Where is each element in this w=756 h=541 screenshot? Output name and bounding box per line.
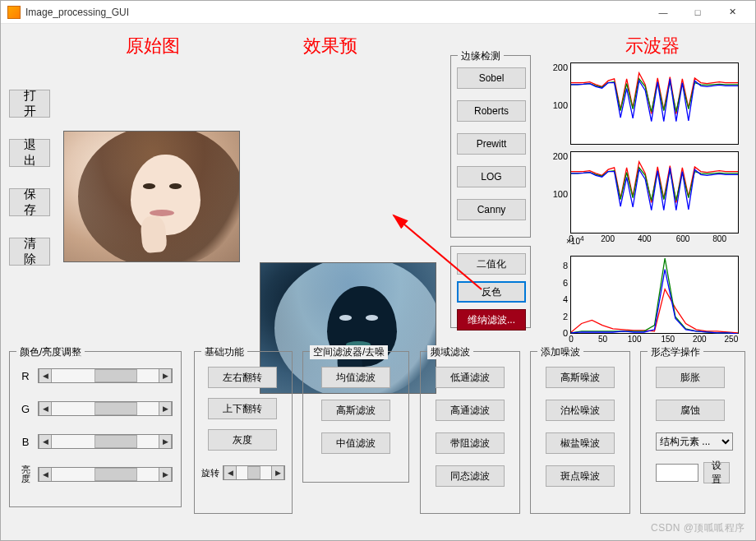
meanfilter-button[interactable]: 均值滤波 <box>321 367 390 388</box>
clear-button[interactable]: 清除 <box>9 238 50 266</box>
homo-button[interactable]: 同态滤波 <box>436 465 505 487</box>
exit-button[interactable]: 退出 <box>9 139 50 167</box>
wiener-button[interactable]: 维纳滤波... <box>457 309 526 331</box>
dilate-button[interactable]: 膨胀 <box>656 367 725 388</box>
b-slider[interactable]: ◀▶ <box>38 434 173 449</box>
original-image <box>63 131 240 262</box>
struct-select[interactable]: 结构元素 ... <box>656 432 733 451</box>
saltpepper-button[interactable]: 椒盐噪波 <box>546 432 615 454</box>
medianfilter-button[interactable]: 中值滤波 <box>321 432 390 454</box>
freq-panel: 频域滤波 低通滤波 高通滤波 带阻滤波 同态滤波 <box>420 351 520 514</box>
watermark: CSDN @顶呱呱程序 <box>651 521 745 535</box>
b-label: B <box>18 436 33 448</box>
edge-detect-title: 边缘检测 <box>458 49 504 63</box>
filter-panel: 二值化 反色 维纳滤波... <box>450 246 531 328</box>
noise-panel: 添加噪波 高斯噪波 泊松噪波 椒盐噪波 斑点噪波 <box>530 351 630 514</box>
flipv-button[interactable]: 上下翻转 <box>208 398 277 419</box>
morph-title: 形态学操作 <box>648 345 703 359</box>
roberts-button[interactable]: Roberts <box>457 100 526 122</box>
color-adjust-panel: 颜色/亮度调整 R◀▶ G◀▶ B◀▶ 亮度◀▶ <box>9 351 182 507</box>
canny-button[interactable]: Canny <box>457 199 526 220</box>
struct-value-input[interactable] <box>656 464 698 482</box>
log-button[interactable]: LOG <box>457 166 526 187</box>
rotate-label: 旋转 <box>201 469 219 478</box>
g-label: G <box>18 403 33 415</box>
binarize-button[interactable]: 二值化 <box>457 253 526 275</box>
gray-button[interactable]: 灰度 <box>208 429 277 451</box>
brightness-label: 亮度 <box>18 465 33 483</box>
bandstop-button[interactable]: 带阻滤波 <box>436 432 505 454</box>
freq-title: 频域滤波 <box>427 345 473 359</box>
titlebar: Image_processing_GUI — □ ✕ <box>1 1 755 24</box>
brightness-slider[interactable]: ◀▶ <box>38 467 173 482</box>
lowpass-button[interactable]: 低通滤波 <box>436 367 505 388</box>
color-adjust-title: 颜色/亮度调整 <box>16 345 85 359</box>
waveform-plot-2: 200100 ×104 0200400600800 <box>570 151 739 234</box>
minimize-button[interactable]: — <box>647 3 680 21</box>
erode-button[interactable]: 腐蚀 <box>656 400 725 421</box>
close-button[interactable]: ✕ <box>716 3 749 21</box>
open-button[interactable]: 打开 <box>9 90 50 118</box>
set-button[interactable]: 设置 <box>703 462 730 483</box>
window-title: Image_processing_GUI <box>25 7 642 18</box>
spatial-panel: 空间滤波器/去噪 均值滤波 高斯滤波 中值滤波 <box>302 351 409 483</box>
gaussfilter-button[interactable]: 高斯滤波 <box>321 400 390 421</box>
r-label: R <box>18 370 33 382</box>
highpass-button[interactable]: 高通滤波 <box>436 400 505 421</box>
basic-title: 基础功能 <box>201 345 247 359</box>
fliph-button[interactable]: 左右翻转 <box>208 367 277 388</box>
noise-title: 添加噪波 <box>537 345 583 359</box>
speckle-button[interactable]: 斑点噪波 <box>546 465 615 487</box>
save-button[interactable]: 保存 <box>9 188 50 216</box>
morph-panel: 形态学操作 膨胀 腐蚀 结构元素 ... 设置 <box>640 351 745 514</box>
prewitt-button[interactable]: Prewitt <box>457 133 526 155</box>
histogram-plot: 02468 050100150200250 <box>570 256 739 334</box>
header-scope: 示波器 <box>625 34 680 58</box>
app-icon <box>7 6 21 19</box>
gaussnoise-button[interactable]: 高斯噪波 <box>546 367 615 388</box>
sobel-button[interactable]: Sobel <box>457 67 526 89</box>
header-preview: 效果预 <box>303 34 357 58</box>
header-original: 原始图 <box>126 34 180 58</box>
poisson-button[interactable]: 泊松噪波 <box>546 400 615 421</box>
g-slider[interactable]: ◀▶ <box>38 401 173 416</box>
spatial-title: 空间滤波器/去噪 <box>310 345 388 359</box>
rotate-slider[interactable]: ◀▶ <box>223 465 285 480</box>
content-area: 原始图 效果预 示波器 打开 退出 保存 清除 边缘检测 Sobel Rober… <box>1 24 755 540</box>
invert-button[interactable]: 反色 <box>457 281 526 303</box>
waveform-plot-1: 200100 <box>570 62 739 145</box>
edge-detect-panel: 边缘检测 Sobel Roberts Prewitt LOG Canny <box>450 55 531 238</box>
basic-panel: 基础功能 左右翻转 上下翻转 灰度 旋转 ◀▶ <box>194 351 293 514</box>
r-slider[interactable]: ◀▶ <box>38 368 173 383</box>
maximize-button[interactable]: □ <box>681 3 714 21</box>
